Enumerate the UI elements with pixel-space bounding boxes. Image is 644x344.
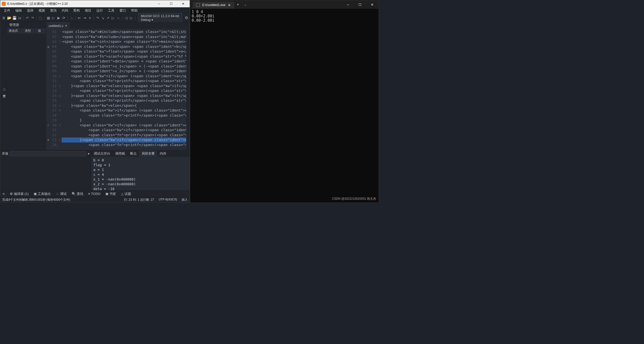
locals-content: b = 0flag = 1a = 1c = 4x_1 = -nan(0x4000… <box>91 157 190 190</box>
stepin-icon[interactable]: ↘ <box>101 15 105 21</box>
menu-refactor[interactable]: 重构 <box>71 8 82 14</box>
terminal-minimize-button[interactable]: ─ <box>342 1 353 8</box>
window-title: E:/c/untitled1.c - [正在调试] - 小熊猫C++ 2.10 <box>7 2 68 6</box>
terminal-dropdown-icon[interactable]: ⌄ <box>244 3 247 6</box>
indent-icon[interactable]: ⇤ <box>77 15 82 21</box>
btab-debug[interactable]: ⛬调试 <box>53 191 69 197</box>
compiler-select[interactable]: MinGW GCC 11.2.0 64-bit Debug ▾ <box>138 13 182 23</box>
terminal-tab[interactable]: E:\c\untitled1.exe ✕ <box>193 2 234 9</box>
terminal-close-button[interactable]: ✕ <box>367 1 378 8</box>
btab-todo[interactable]: ≡TODO <box>86 191 103 197</box>
build-icon[interactable]: ▦ <box>46 15 51 21</box>
menu-project[interactable]: 项目 <box>82 8 94 14</box>
editor-scrollbar[interactable] <box>186 29 190 150</box>
debug-tabs: 调试主控台 调用栈 断点 局部变量 内存 <box>91 150 190 157</box>
terminal-tab-close-icon[interactable]: ✕ <box>228 3 231 7</box>
file-tab-label: untitled1.c <box>49 24 63 28</box>
minimize-button[interactable]: ─ <box>154 1 164 7</box>
compile-icon[interactable]: ⬚ <box>38 15 43 21</box>
side-tab-file[interactable]: □ 文件 <box>1 86 7 94</box>
debug-tab-console[interactable]: 调试主控台 <box>91 150 113 157</box>
btab-problems[interactable]: △试题 <box>118 191 134 197</box>
gear-icon[interactable]: ⚙ <box>185 15 188 20</box>
sidebar-tabs: □ 文件 ▣ 项目 👁 监视 ⊞ 结构 △ 试题集 <box>0 22 7 150</box>
new-file-icon[interactable]: 🗎 <box>2 15 6 21</box>
manager-columns: 表达式 类型 值 <box>7 28 46 34</box>
menu-window[interactable]: 窗口 <box>117 8 129 14</box>
col-value: 值 <box>38 29 41 33</box>
debug-tab-breakpoints[interactable]: 断点 <box>128 150 139 157</box>
file-tab[interactable]: untitled1.c ✕ <box>46 22 70 29</box>
ide-window: E:/c/untitled1.c - [正在调试] - 小熊猫C++ 2.10 … <box>0 0 190 203</box>
terminal-output[interactable]: 1 0 4 0.00+2.00i 0.00-2.00i <box>190 9 379 202</box>
close-button[interactable]: ✕ <box>178 1 188 7</box>
code-editor[interactable]: ◎✓⊙ 010203040506070809101112131415161718… <box>46 29 190 150</box>
col-type: 类型 <box>25 29 31 33</box>
undo-icon[interactable]: ↶ <box>25 15 30 21</box>
forward-icon[interactable]: ▷ <box>129 15 134 21</box>
tab-close-icon[interactable]: ✕ <box>65 24 67 27</box>
debug-tab-memory[interactable]: 内存 <box>157 150 169 157</box>
terminal-new-tab-icon[interactable]: + <box>234 1 242 8</box>
save-icon[interactable]: 💾 <box>12 15 17 21</box>
status-position: 行: 23 列: 1 总行数: 27 <box>124 198 154 202</box>
statusbar: 完成4个文件的解析,用时0.001秒 (每秒4000个文件) 行: 23 列: … <box>0 197 190 202</box>
terminal-window: E:\c\untitled1.exe ✕ + ⌄ ─ ☐ ✕ 1 0 4 0.0… <box>190 0 379 203</box>
btab-bookmark[interactable]: ▣书签 <box>103 191 118 197</box>
toolbar: 🗎 📂 💾 🗂 ↶ ↷ ⬚ ▦ ▷ ▶ ⟳ ⛬ ⇤ ⇥ ≡ ↷ ↘ ↗ ▷ ○ … <box>0 14 190 22</box>
menu-find[interactable]: 查找 <box>48 8 59 14</box>
manager-title: 管理器 <box>7 22 46 28</box>
terminal-titlebar: E:\c\untitled1.exe ✕ + ⌄ ─ ☐ ✕ <box>190 0 379 9</box>
btab-compiler[interactable]: ⚙编译器 (1) <box>7 191 31 197</box>
btab-find[interactable]: 🔍查找 <box>69 191 86 197</box>
debug-panel: 调试主控台 调用栈 断点 局部变量 内存 b = 0flag = 1a = 1c… <box>91 150 190 190</box>
btab-tooloutput[interactable]: ▣工具输出 <box>31 191 53 197</box>
bottom-panels: 求值 ▾ 调试主控台 调用栈 断点 局部变量 内存 b = 0flag = 1a… <box>0 150 190 190</box>
maximize-button[interactable]: ☐ <box>166 1 176 7</box>
titlebar: E:/c/untitled1.c - [正在调试] - 小熊猫C++ 2.10 … <box>0 0 190 7</box>
menu-view[interactable]: 视图 <box>36 8 48 14</box>
status-encoding: UTF-8(ASCII) <box>159 198 177 202</box>
eval-label: 求值 <box>2 151 8 156</box>
format-icon[interactable]: ≡ <box>88 15 92 21</box>
saveall-icon[interactable]: 🗂 <box>18 15 22 21</box>
eval-panel: 求值 ▾ <box>0 150 91 190</box>
stop-icon[interactable]: ○ <box>116 15 120 21</box>
back-icon[interactable]: ◁ <box>124 15 128 21</box>
menu-file[interactable]: 文件 <box>1 8 13 14</box>
terminal-tab-title: E:\c\untitled1.exe <box>202 3 225 7</box>
debug-icon[interactable]: ⛬ <box>70 15 74 21</box>
terminal-tab-icon <box>196 3 200 7</box>
status-mode: 插入 <box>182 198 188 202</box>
status-message: 完成4个文件的解析,用时0.001秒 (每秒4000个文件) <box>2 198 70 202</box>
editor-area: untitled1.c ✕ ◎✓⊙ 0102030405060708091011… <box>46 22 190 150</box>
debug-tab-callstack[interactable]: 调用栈 <box>113 150 128 157</box>
stepout-icon[interactable]: ↗ <box>106 15 110 21</box>
menu-run[interactable]: 运行 <box>94 8 105 14</box>
manager-panel: 管理器 表达式 类型 值 <box>7 22 46 150</box>
col-expr: 表达式 <box>9 29 18 33</box>
tab-bar: untitled1.c ✕ <box>46 22 190 29</box>
app-icon <box>2 2 6 6</box>
bottom-tabs: ⎋ ⚙编译器 (1) ▣工具输出 ⛬调试 🔍查找 ≡TODO ▣书签 △试题 <box>0 190 190 197</box>
redo-icon[interactable]: ↷ <box>30 15 35 21</box>
terminal-maximize-button[interactable]: ☐ <box>354 1 366 8</box>
menu-help[interactable]: 帮助 <box>129 8 140 14</box>
menu-code[interactable]: 代码 <box>59 8 71 14</box>
eval-dropdown-icon[interactable]: ▾ <box>88 152 90 156</box>
menu-select[interactable]: 选择 <box>24 8 36 14</box>
continue-icon[interactable]: ▷ <box>111 15 115 21</box>
stepover-icon[interactable]: ↷ <box>96 15 100 21</box>
watermark: CSDN @2022210020031 陈文杰 <box>332 197 376 201</box>
outdent-icon[interactable]: ⇥ <box>83 15 87 21</box>
buildrun-icon[interactable]: ▶ <box>57 15 61 21</box>
side-left-icon[interactable]: ⎋ <box>0 191 7 197</box>
debug-tab-locals[interactable]: 局部变量 <box>139 150 157 157</box>
run-icon[interactable]: ▷ <box>51 15 56 21</box>
menu-tools[interactable]: 工具 <box>105 8 117 14</box>
eval-input[interactable] <box>10 151 86 156</box>
open-icon[interactable]: 📂 <box>7 15 11 21</box>
rebuild-icon[interactable]: ⟳ <box>62 15 66 21</box>
menu-edit[interactable]: 编辑 <box>13 8 24 14</box>
